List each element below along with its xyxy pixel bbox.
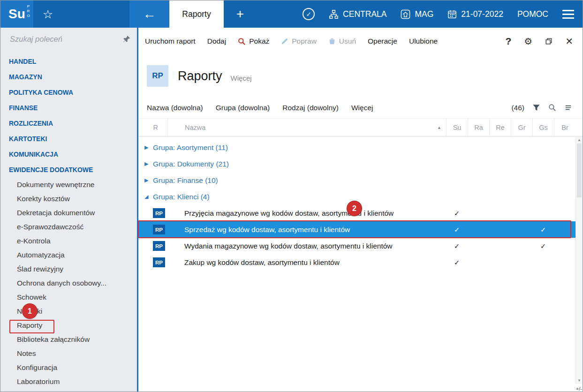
sidebar-item-rozliczenia[interactable]: ROZLICZENIA [0, 116, 137, 131]
scroll-up-button[interactable]: ▲ [576, 138, 583, 142]
sidebar-item-korekty-kosztow[interactable]: Korekty kosztów [0, 192, 137, 206]
sidebar-item-biblioteka-zalacznikow[interactable]: Biblioteka załączników [0, 332, 137, 347]
hamburger-icon [562, 10, 574, 11]
column-header-re[interactable]: Re [489, 119, 511, 136]
title-more-link[interactable]: Więcej [231, 74, 252, 82]
group-row-klienci[interactable]: ◢ Grupa: Klienci (4) [138, 188, 583, 205]
sidebar-item-kartoteki[interactable]: KARTOTEKI [0, 131, 137, 147]
main-panel: Uruchom raport Dodaj Pokaż Popraw [138, 28, 583, 392]
session-check-button[interactable]: ✓ [303, 8, 315, 20]
flag-su: ✓ [446, 226, 468, 234]
group-row-dokumenty[interactable]: ▶ Grupa: Dokumenty (21) [138, 156, 583, 172]
expand-icon[interactable]: ▶ [144, 177, 153, 183]
group-row-asortyment[interactable]: ▶ Grupa: Asortyment (11) [138, 139, 583, 156]
close-icon[interactable]: ✕ [565, 37, 573, 46]
filter-group[interactable]: Grupa (dowolna) [216, 104, 270, 112]
expand-icon[interactable]: ▶ [144, 144, 153, 151]
operations-menu-button[interactable]: Operacje [368, 37, 397, 45]
column-header-gs[interactable]: Gs [532, 119, 554, 136]
sidebar-item-konfiguracja[interactable]: Konfiguracja [0, 361, 137, 375]
sidebar: HANDEL MAGAZYN POLITYKA CENOWA FINANSE R… [0, 28, 137, 392]
filter-more-link[interactable]: Więcej [351, 104, 373, 112]
sidebar-item-automatyzacja[interactable]: Automatyzacja [0, 248, 137, 262]
scrollbar-thumb[interactable] [577, 143, 582, 197]
flag-su: ✓ [446, 259, 468, 266]
back-button[interactable]: ← [129, 0, 169, 28]
expand-icon[interactable]: ▶ [144, 161, 153, 167]
sidebar-item-ewidencje-dodatkowe[interactable]: EWIDENCJE DODATKOWE [0, 162, 137, 178]
favorites-label: Ulubione [409, 37, 438, 45]
report-name: Przyjęcia magazynowe wg kodów dostaw, as… [167, 209, 446, 218]
filter-tools: (46) [511, 104, 583, 112]
favorites-menu-button[interactable]: Ulubione [409, 37, 438, 45]
sidebar-item-raporty[interactable]: Raporty [0, 318, 137, 332]
search-list-icon[interactable] [548, 104, 556, 112]
report-type-cell: RP [138, 241, 167, 251]
sidebar-item-dekretacja-dokumentow[interactable]: Dekretacja dokumentów [0, 206, 137, 220]
rp-badge: RP [153, 257, 165, 267]
column-header-nazwa[interactable]: Nazwa ▲ [167, 119, 446, 136]
pen-icon [281, 38, 288, 45]
warehouse-selector[interactable]: MAG [401, 9, 433, 19]
show-button[interactable]: Pokaż [238, 37, 269, 45]
sidebar-item-e-kontrola[interactable]: e-Kontrola [0, 234, 137, 248]
zoom-plus-minus-control[interactable]: +/- [576, 386, 582, 392]
table-row-przyjecia[interactable]: RP Przyjęcia magazynowe wg kodów dostaw,… [138, 205, 583, 221]
body: HANDEL MAGAZYN POLITYKA CENOWA FINANSE R… [0, 28, 583, 392]
branch-selector[interactable]: CENTRALA [329, 9, 386, 19]
trash-icon [328, 38, 336, 45]
sidebar-item-e-sprawozdawczosc[interactable]: e-Sprawozdawczość [0, 220, 137, 234]
command-search-input[interactable] [9, 34, 119, 44]
list-options-icon[interactable] [564, 104, 572, 112]
sidebar-item-notes[interactable]: Notes [0, 347, 137, 361]
new-tab-button[interactable]: + [224, 0, 257, 28]
warehouse-icon [401, 9, 410, 19]
group-row-finanse[interactable]: ▶ Grupa: Finanse (10) [138, 172, 583, 188]
column-header-r[interactable]: R [138, 124, 167, 131]
help-button[interactable]: ? [505, 36, 511, 47]
group-label: Grupa: Dokumenty (21) [153, 160, 229, 168]
app-logo-button[interactable]: Su PRO [0, 0, 33, 28]
filter-kind[interactable]: Rodzaj (dowolny) [282, 104, 339, 112]
run-report-button[interactable]: Uruchom raport [145, 37, 196, 45]
add-button[interactable]: Dodaj [207, 37, 227, 45]
edit-button[interactable]: Popraw [281, 37, 317, 45]
scroll-down-button[interactable]: ▼ [576, 378, 583, 383]
sidebar-item-finanse[interactable]: FINANSE [0, 100, 137, 116]
calendar-icon [447, 9, 457, 19]
sidebar-item-schowek[interactable]: Schowek [0, 290, 137, 304]
delete-button[interactable]: Usuń [328, 37, 356, 45]
pin-icon[interactable] [123, 35, 130, 43]
vertical-scrollbar[interactable]: ▲ ▼ [575, 136, 583, 384]
sidebar-item-slad-rewizyjny[interactable]: Ślad rewizyjny [0, 262, 137, 276]
table-row-zakup[interactable]: RP Zakup wg kodów dostaw, asortymentu i … [138, 254, 583, 271]
table-row-sprzedaz-selected[interactable]: RP Sprzedaż wg kodów dostaw, asortymentu… [138, 221, 583, 238]
sidebar-item-magazyn[interactable]: MAGAZYN [0, 69, 137, 85]
app-window: Su PRO ☆ ← Raporty + ✓ CENTRALA [0, 0, 583, 392]
table-row-wydania[interactable]: RP Wydania magazynowe wg kodów dostaw, a… [138, 238, 583, 254]
sidebar-item-ochrona-danych[interactable]: Ochrona danych osobowy... [0, 276, 137, 290]
sidebar-item-dokumenty-wewnetrzne[interactable]: Dokumenty wewnętrzne [0, 178, 137, 192]
sidebar-item-komunikacja[interactable]: KOMUNIKACJA [0, 147, 137, 162]
show-label: Pokaż [249, 37, 269, 45]
sidebar-item-naklejki[interactable]: Naklejki [0, 304, 137, 318]
settings-gear-icon[interactable]: ⚙ [524, 37, 532, 46]
filter-funnel-icon[interactable] [532, 104, 540, 112]
help-menu[interactable]: POMOC [517, 9, 548, 19]
column-header-ra[interactable]: Ra [468, 119, 489, 136]
main-menu-button[interactable] [562, 10, 574, 19]
column-header-nazwa-label: Nazwa [185, 124, 205, 131]
page-title: Raporty [178, 69, 222, 83]
sidebar-item-laboratorium[interactable]: Laboratorium [0, 375, 137, 389]
sidebar-item-polityka-cenowa[interactable]: POLITYKA CENOWA [0, 85, 137, 100]
column-header-su[interactable]: Su [446, 119, 468, 136]
tab-raporty[interactable]: Raporty [169, 0, 224, 28]
work-date-selector[interactable]: 21-07-2022 [447, 9, 503, 19]
detach-window-icon[interactable] [545, 38, 553, 45]
sidebar-item-handel[interactable]: HANDEL [0, 54, 137, 69]
column-header-gr[interactable]: Gr [511, 119, 532, 136]
collapse-icon[interactable]: ◢ [144, 194, 153, 200]
filter-name[interactable]: Nazwa (dowolna) [147, 104, 203, 112]
column-header-br[interactable]: Br [554, 119, 575, 136]
favorites-star-button[interactable]: ☆ [33, 0, 62, 28]
